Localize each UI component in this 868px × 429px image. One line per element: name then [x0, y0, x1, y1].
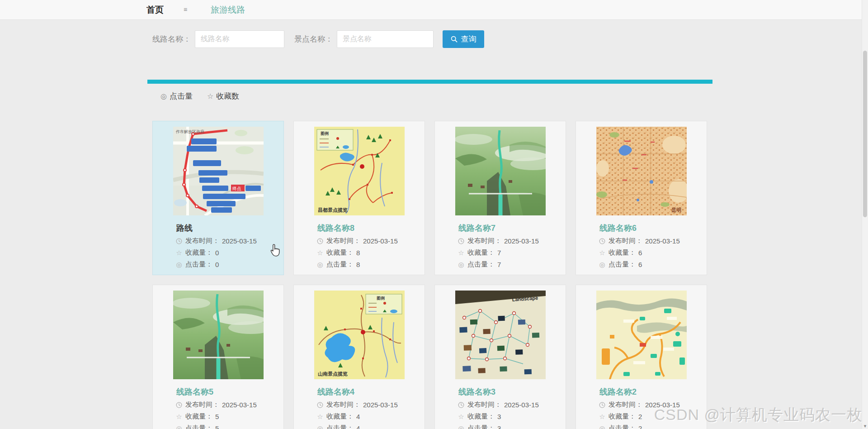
clicks-value: 4 [356, 424, 360, 429]
nav-item-travel-routes[interactable]: 旅游线路 [211, 0, 245, 19]
publish-date-line: 发布时间：2025-03-15 [458, 400, 566, 409]
favorites-label: 收藏量： [609, 248, 636, 257]
clicks-line: ◎ 点击量：4 [316, 424, 425, 429]
eye-icon: ◎ [316, 261, 324, 268]
star-icon: ☆ [207, 93, 213, 100]
clicks-line: ◎ 点击量：7 [458, 260, 566, 269]
clicks-label: 点击量： [467, 260, 495, 269]
publish-date-value: 2025-03-15 [504, 237, 539, 245]
publish-date-line: 发布时间：2025-03-15 [316, 237, 425, 245]
route-card[interactable]: 图例 昌都景点揽览 线路名称8 发布时间：2025-03-15 ☆ 收藏量：8 … [293, 121, 425, 275]
sort-options: ◎ 点击量 ☆ 收藏数 [160, 91, 239, 101]
svg-text:终点: 终点 [232, 186, 241, 191]
sort-by-favorites[interactable]: ☆ 收藏数 [207, 91, 239, 101]
favorites-value: 7 [497, 249, 501, 257]
sort-favorites-label: 收藏数 [216, 91, 239, 101]
route-card[interactable]: 图例 山南景点揽览 线路名称4 发布时间：2025-03-15 ☆ 收藏量：4 … [293, 285, 425, 429]
route-title[interactable]: 路线 [176, 223, 283, 234]
route-title[interactable]: 线路名称8 [317, 223, 425, 234]
favorites-value: 4 [356, 413, 360, 420]
clicks-line: ◎ 点击量：2 [599, 424, 707, 429]
star-icon: ☆ [458, 249, 465, 256]
clock-icon [316, 402, 324, 408]
top-navbar: 首页 ≡ 旅游线路 [0, 0, 868, 20]
route-title[interactable]: 线路名称3 [458, 386, 566, 397]
publish-date-label: 发布时间： [467, 237, 501, 245]
clicks-label: 点击量： [609, 260, 636, 269]
route-thumbnail: 图例 昌都景点揽览 [314, 127, 405, 215]
clicks-line: ◎ 点击量：8 [316, 260, 425, 269]
route-thumbnail [455, 127, 546, 215]
route-title[interactable]: 线路名称2 [599, 386, 707, 397]
route-card[interactable]: 线路名称2 发布时间：2025-03-15 ☆ 收藏量：2 ◎ 点击量：2 [576, 285, 707, 429]
section-divider-bar [147, 80, 712, 84]
menu-collapse-icon[interactable]: ≡ [184, 0, 187, 19]
route-title[interactable]: 线路名称7 [458, 223, 566, 234]
route-thumbnail: Landscape [455, 291, 546, 379]
favorites-line: ☆ 收藏量：4 [316, 412, 425, 421]
clicks-label: 点击量： [326, 260, 354, 269]
route-card[interactable]: 线路名称7 发布时间：2025-03-15 ☆ 收藏量：7 ◎ 点击量：7 [434, 121, 566, 275]
favorites-line: ☆ 收藏量：5 [175, 412, 283, 421]
scrollbar-down-arrow[interactable]: ▾ [862, 423, 868, 429]
route-name-input[interactable] [195, 30, 284, 48]
favorites-line: ☆ 收藏量：2 [599, 412, 707, 421]
route-card[interactable]: 线路名称5 发布时间：2025-03-15 ☆ 收藏量：5 ◎ 点击量：5 [152, 285, 284, 429]
publish-date-label: 发布时间： [326, 237, 360, 245]
eye-icon: ◎ [175, 425, 183, 429]
favorites-label: 收藏量： [185, 412, 212, 421]
route-card-grid: 终点 作市解放区政府 路线 发布时间：2025-03-15 ☆ 收藏量：0 ◎ … [152, 121, 707, 429]
publish-date-value: 2025-03-15 [222, 237, 257, 245]
favorites-label: 收藏量： [326, 248, 354, 257]
eye-icon: ◎ [599, 425, 606, 429]
favorites-value: 5 [215, 413, 219, 420]
search-bar: 线路名称： 景点名称： 查询 [152, 30, 484, 48]
route-card[interactable]: 昆明 线路名称6 发布时间：2025-03-15 ☆ 收藏量：6 ◎ 点击量：6 [576, 121, 707, 275]
favorites-value: 3 [497, 413, 501, 420]
favorites-line: ☆ 收藏量：3 [458, 412, 566, 421]
route-card[interactable]: 终点 作市解放区政府 路线 发布时间：2025-03-15 ☆ 收藏量：0 ◎ … [152, 121, 284, 275]
publish-date-line: 发布时间：2025-03-15 [458, 237, 566, 245]
publish-date-value: 2025-03-15 [645, 401, 680, 409]
clicks-label: 点击量： [326, 424, 354, 429]
clicks-value: 5 [215, 424, 219, 429]
clicks-value: 3 [497, 424, 501, 429]
spot-name-input[interactable] [337, 30, 434, 48]
clock-icon [599, 402, 606, 408]
route-title[interactable]: 线路名称4 [317, 386, 425, 397]
clock-icon [458, 238, 465, 244]
clicks-value: 7 [497, 261, 501, 268]
scrollbar-thumb[interactable] [863, 51, 867, 217]
clock-icon [175, 238, 183, 244]
star-icon: ☆ [458, 413, 465, 420]
query-button[interactable]: 查询 [443, 30, 484, 48]
route-thumbnail: 终点 作市解放区政府 [173, 127, 264, 215]
sort-clicks-label: 点击量 [170, 91, 193, 101]
sort-by-clicks[interactable]: ◎ 点击量 [160, 91, 193, 101]
publish-date-value: 2025-03-15 [504, 401, 539, 409]
route-thumbnail [596, 291, 687, 379]
favorites-label: 收藏量： [326, 412, 354, 421]
query-button-label: 查询 [461, 34, 476, 44]
favorites-label: 收藏量： [609, 412, 636, 421]
route-card[interactable]: Landscape 线路名称3 发布时间：2025-03-15 ☆ 收藏量：3 … [434, 285, 566, 429]
publish-date-label: 发布时间： [467, 400, 501, 409]
eye-icon: ◎ [316, 425, 324, 429]
favorites-value: 2 [638, 413, 642, 420]
publish-date-value: 2025-03-15 [363, 237, 398, 245]
eye-icon: ◎ [599, 261, 606, 268]
eye-icon: ◎ [458, 261, 465, 268]
eye-icon: ◎ [175, 261, 183, 268]
svg-text:作市解放区政府: 作市解放区政府 [175, 129, 204, 134]
route-name-label: 线路名称： [152, 34, 191, 44]
clicks-label: 点击量： [185, 424, 212, 429]
clicks-label: 点击量： [185, 260, 212, 269]
favorites-line: ☆ 收藏量：8 [316, 248, 425, 257]
svg-text:昌都景点揽览: 昌都景点揽览 [318, 207, 348, 213]
nav-item-home[interactable]: 首页 [146, 0, 164, 19]
scrollbar[interactable]: ▾ [862, 0, 868, 429]
publish-date-label: 发布时间： [609, 400, 642, 409]
publish-date-line: 发布时间：2025-03-15 [175, 237, 283, 245]
route-title[interactable]: 线路名称6 [599, 223, 707, 234]
route-title[interactable]: 线路名称5 [176, 386, 283, 397]
